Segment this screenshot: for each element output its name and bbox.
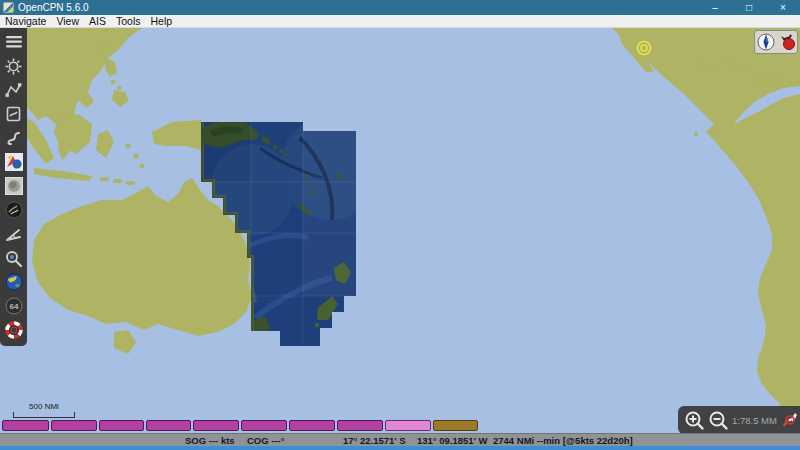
- title-bar: OpenCPN 5.6.0 – □ ×: [0, 0, 800, 15]
- app-icon: [3, 2, 14, 13]
- menu-tools[interactable]: Tools: [116, 15, 141, 27]
- dashboard-plugin-icon: [5, 201, 23, 219]
- toolbar-menu-button[interactable]: [3, 31, 25, 53]
- world-map-svg: [0, 28, 800, 433]
- maximize-button[interactable]: □: [732, 0, 766, 15]
- chart-bar-segment-9[interactable]: [385, 420, 431, 431]
- zoom-out-icon: [708, 410, 729, 431]
- zoom-in-icon: [684, 410, 705, 431]
- chart-bar-segment-4[interactable]: [146, 420, 191, 431]
- zoom-out-button[interactable]: [708, 410, 729, 431]
- chart-bar-segment-5[interactable]: [193, 420, 239, 431]
- compass-rose-icon: [757, 33, 775, 51]
- toolbar-weatherfax-plugin-button[interactable]: [3, 151, 25, 173]
- photo-chart-plugin-icon: [5, 177, 23, 195]
- toolbar-world-map-button[interactable]: [3, 271, 25, 293]
- sog-readout: SOG --- kts: [185, 435, 235, 446]
- svg-text:64: 64: [9, 302, 18, 311]
- scale-bar-line: [13, 412, 75, 418]
- gear-icon: [5, 58, 22, 75]
- gps-status-icon: [778, 33, 796, 51]
- chart-bar-segment-7[interactable]: [289, 420, 335, 431]
- menu-bar: Navigate View AIS Tools Help: [0, 15, 800, 28]
- opencpn-window: { "window": { "title": "OpenCPN 5.6.0", …: [0, 0, 800, 450]
- chart-bar-segment-1[interactable]: [2, 420, 49, 431]
- hamburger-icon: [6, 36, 22, 48]
- chart-bar-segment-8[interactable]: [337, 420, 383, 431]
- orientation-compass-button[interactable]: [780, 410, 800, 430]
- zoom-in-button[interactable]: [684, 410, 705, 431]
- menu-help[interactable]: Help: [150, 15, 172, 27]
- chart-canvas[interactable]: 64 500 NMi: [0, 28, 800, 433]
- compass-gps-widget[interactable]: [754, 30, 798, 54]
- chart-scale-label: 1:78.5 MM: [732, 415, 777, 426]
- menu-view[interactable]: View: [56, 15, 79, 27]
- life-ring-mob-icon: [5, 321, 23, 339]
- toolbar-route-manager-button[interactable]: [3, 103, 25, 125]
- toolbar-plugin-64-button[interactable]: 64: [3, 295, 25, 317]
- cog-readout: COG ---°: [247, 435, 285, 446]
- scale-bar-label: 500 NMi: [13, 402, 75, 411]
- toolbar-photo-chart-plugin-button[interactable]: [3, 175, 25, 197]
- toolbar-settings-button[interactable]: [3, 55, 25, 77]
- minimize-button[interactable]: –: [698, 0, 732, 15]
- scale-bar: 500 NMi: [13, 404, 75, 418]
- close-button[interactable]: ×: [766, 0, 800, 15]
- magnifier-chart-icon: [5, 250, 22, 267]
- route-distance-readout: 2744 NMi --min [@5kts 22d20h]: [493, 435, 633, 446]
- orientation-needle-icon: [780, 410, 800, 430]
- chart-bar: [0, 420, 680, 432]
- cursor-latitude: 17° 22.1571' S: [343, 435, 406, 446]
- chart-bar-segment-10[interactable]: [433, 420, 478, 431]
- measure-angle-icon: [5, 227, 22, 242]
- chart-document-icon: [6, 106, 21, 122]
- track-s-curve-icon: [5, 131, 22, 146]
- chart-bar-segment-3[interactable]: [99, 420, 144, 431]
- toolbar-measure-button[interactable]: [3, 223, 25, 245]
- zoom-scale-panel: 1:78.5 MM: [678, 406, 800, 434]
- toolbar-find-chart-button[interactable]: [3, 247, 25, 269]
- plugin-64-icon: 64: [5, 297, 23, 315]
- toolbar-create-route-button[interactable]: [3, 79, 25, 101]
- toolbar-dashboard-plugin-button[interactable]: [3, 199, 25, 221]
- toolbar-track-button[interactable]: [3, 127, 25, 149]
- window-title: OpenCPN 5.6.0: [18, 2, 89, 13]
- main-toolbar: 64: [0, 28, 27, 346]
- menu-ais[interactable]: AIS: [89, 15, 106, 27]
- chart-bar-segment-2[interactable]: [51, 420, 97, 431]
- chart-bar-segment-6[interactable]: [241, 420, 287, 431]
- route-icon: [5, 82, 22, 98]
- weatherfax-plugin-icon: [5, 153, 23, 171]
- status-bar: SOG --- kts COG ---° 17° 22.1571' S 131°…: [0, 433, 800, 446]
- window-bottom-border: [0, 446, 800, 450]
- menu-navigate[interactable]: Navigate: [5, 15, 46, 27]
- globe-icon: [5, 273, 23, 291]
- cursor-longitude: 131° 09.1851' W: [417, 435, 488, 446]
- toolbar-mob-button[interactable]: [3, 319, 25, 341]
